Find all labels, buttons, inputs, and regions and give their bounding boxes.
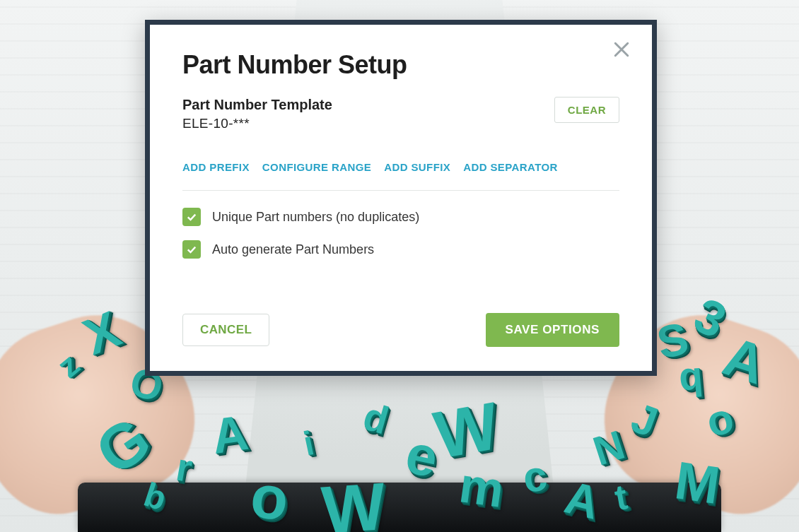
close-icon[interactable] <box>611 39 632 60</box>
template-label: Part Number Template <box>182 97 332 113</box>
decor-letter: e <box>400 421 443 490</box>
decor-letter: W <box>428 387 504 474</box>
template-value: ELE-10-*** <box>182 116 332 131</box>
part-number-setup-modal: Part Number Setup Part Number Template E… <box>145 20 657 376</box>
background-scene: XOGrAoWeWmcANJS3qAoMtbidz Part Number Se… <box>0 0 799 532</box>
autogen-checkbox[interactable] <box>182 240 201 259</box>
modal-title: Part Number Setup <box>182 50 619 80</box>
section-divider <box>182 190 619 191</box>
unique-checkbox[interactable] <box>182 208 201 226</box>
unique-checkbox-label: Unique Part numbers (no duplicates) <box>212 210 419 225</box>
add-prefix-link[interactable]: ADD PREFIX <box>182 161 250 173</box>
background-tablet <box>78 483 721 532</box>
add-suffix-link[interactable]: ADD SUFFIX <box>384 161 450 173</box>
decor-letter: d <box>358 394 394 444</box>
template-block: Part Number Template ELE-10-*** <box>182 97 332 131</box>
save-options-button[interactable]: SAVE OPTIONS <box>486 313 619 347</box>
template-action-links: ADD PREFIX CONFIGURE RANGE ADD SUFFIX AD… <box>182 161 619 173</box>
decor-letter: i <box>300 423 317 463</box>
option-row-autogen: Auto generate Part Numbers <box>182 240 619 259</box>
configure-range-link[interactable]: CONFIGURE RANGE <box>262 161 371 173</box>
clear-button[interactable]: CLEAR <box>554 97 619 123</box>
cancel-button[interactable]: CANCEL <box>182 314 269 346</box>
option-row-unique: Unique Part numbers (no duplicates) <box>182 208 619 226</box>
autogen-checkbox-label: Auto generate Part Numbers <box>212 242 374 257</box>
add-separator-link[interactable]: ADD SEPARATOR <box>463 161 558 173</box>
